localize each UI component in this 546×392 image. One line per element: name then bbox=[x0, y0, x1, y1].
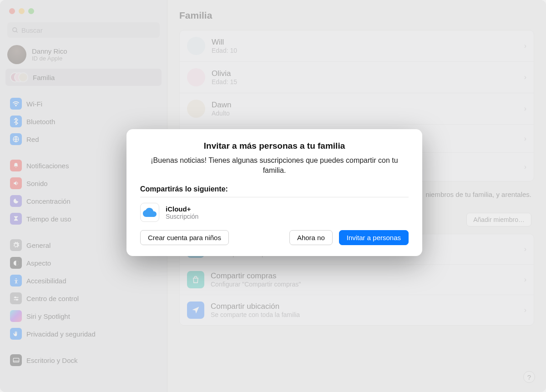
invite-family-modal: Invitar a más personas a tu familia ¡Bue… bbox=[126, 129, 422, 256]
shared-item-sub: Suscripción bbox=[166, 213, 198, 220]
invite-people-button[interactable]: Invitar a personas bbox=[339, 230, 409, 245]
modal-section-label: Compartirás lo siguiente: bbox=[140, 185, 409, 197]
modal-lead: ¡Buenas noticias! Tienes algunas suscrip… bbox=[140, 156, 409, 175]
modal-title: Invitar a más personas a tu familia bbox=[140, 141, 409, 151]
shared-item-row: iCloud+ Suscripción bbox=[140, 197, 409, 230]
shared-item-title: iCloud+ bbox=[166, 205, 198, 213]
settings-window: Buscar Danny Rico ID de Apple Familia bbox=[0, 0, 546, 392]
icloud-icon bbox=[140, 203, 159, 222]
create-child-account-button[interactable]: Crear cuenta para niños bbox=[140, 230, 229, 245]
not-now-button[interactable]: Ahora no bbox=[289, 230, 333, 245]
